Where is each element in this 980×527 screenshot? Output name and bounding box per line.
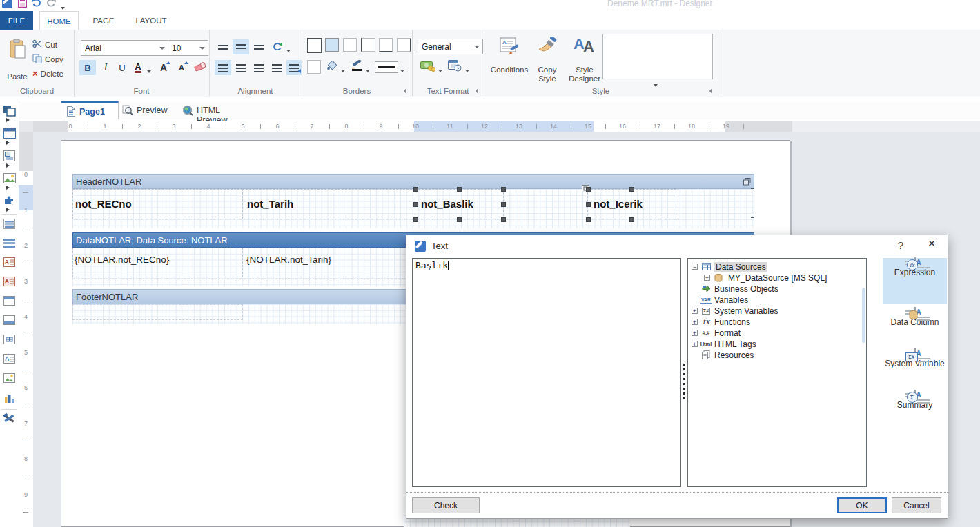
border-color-arrow-icon[interactable] xyxy=(366,66,370,75)
text-rotation-button[interactable] xyxy=(268,39,285,54)
components-pages-icon[interactable] xyxy=(2,103,17,117)
text-box-icon[interactable]: A xyxy=(2,352,17,366)
check-button[interactable]: Check xyxy=(412,497,480,513)
panel-header-icon[interactable] xyxy=(2,294,17,308)
selection-handle[interactable] xyxy=(457,187,462,192)
datetime-format-button[interactable] xyxy=(448,59,462,74)
cut-button[interactable]: Cut xyxy=(32,39,57,50)
components-puzzle-icon[interactable] xyxy=(2,193,17,207)
align-bottom-button[interactable] xyxy=(251,39,267,54)
currency-arrow-icon[interactable] xyxy=(438,66,442,75)
expand-icon[interactable]: + xyxy=(704,275,710,281)
undo-icon[interactable] xyxy=(32,0,42,9)
align-middle-button[interactable] xyxy=(233,39,249,54)
image-box-icon[interactable] xyxy=(2,371,17,385)
tab-page1[interactable]: Page1 xyxy=(61,101,119,119)
table-box-icon[interactable] xyxy=(2,332,17,346)
cancel-button[interactable]: Cancel xyxy=(892,497,941,513)
collapse-icon[interactable]: − xyxy=(692,264,698,270)
tree-item-variables[interactable]: VAR Variables xyxy=(688,295,866,306)
text-components-icon[interactable] xyxy=(2,149,17,163)
tree-item-functions[interactable]: + fx Functions xyxy=(688,317,866,328)
all-borders-button[interactable] xyxy=(307,38,322,53)
header-field-not-recno[interactable]: not_RECno xyxy=(75,198,132,210)
selection-handle[interactable] xyxy=(629,217,634,222)
field-cell[interactable] xyxy=(72,304,243,320)
tree-item-business-objects[interactable]: Business Objects xyxy=(688,284,866,295)
shrink-font-button[interactable]: A xyxy=(173,60,190,75)
no-border-button[interactable] xyxy=(307,60,321,74)
report-bands-icon[interactable] xyxy=(2,217,17,230)
underline-button[interactable]: U xyxy=(114,60,130,75)
selection-handle[interactable] xyxy=(457,217,462,222)
delete-button[interactable]: × Delete xyxy=(32,68,63,79)
expand-icon[interactable]: + xyxy=(692,341,698,347)
align-justify-button[interactable] xyxy=(268,60,285,75)
tool-system-variable[interactable]: A Σ# System Variable xyxy=(883,349,947,390)
inner-borders-button[interactable] xyxy=(343,38,357,52)
selection-handle[interactable] xyxy=(413,217,418,222)
expand-arrow-icon[interactable] xyxy=(6,163,10,168)
tool-summary[interactable]: A Σ Summary xyxy=(883,390,947,432)
data-band-icon[interactable]: A xyxy=(2,255,17,269)
expand-icon[interactable]: + xyxy=(692,319,698,325)
align-right-button[interactable] xyxy=(251,60,267,75)
selection-handle[interactable] xyxy=(586,217,591,222)
selection-handle[interactable] xyxy=(413,187,418,192)
border-style-button[interactable] xyxy=(375,61,398,73)
tree-item-system-variables[interactable]: + Σ# System Variables xyxy=(688,306,866,317)
expand-icon[interactable]: + xyxy=(692,308,698,314)
tree-item-resources[interactable]: Resources xyxy=(688,350,866,361)
style-designer-button[interactable]: A A Style Designer xyxy=(565,35,604,85)
clear-format-button[interactable] xyxy=(191,60,208,75)
services-tools-icon[interactable] xyxy=(2,412,17,426)
word-wrap-button[interactable] xyxy=(286,60,302,75)
left-border-button[interactable] xyxy=(361,38,375,52)
tool-expression[interactable]: A fx Expression xyxy=(883,258,947,304)
tab-home[interactable]: HOME xyxy=(39,11,79,30)
tab-file[interactable]: FILE xyxy=(0,11,33,30)
image-components-icon[interactable] xyxy=(2,171,17,185)
rotation-arrow-icon[interactable] xyxy=(286,46,291,55)
tree-item-data-sources[interactable]: − Data Sources xyxy=(688,261,866,272)
header-field-not-icerik[interactable]: not_Icerik xyxy=(594,198,643,210)
selection-handle[interactable] xyxy=(413,202,418,207)
tree-item-html-tags[interactable]: + Html HTML Tags xyxy=(688,339,866,350)
data-field-tarih[interactable]: {NOTLAR.not_Tarih} xyxy=(246,255,331,265)
ok-button[interactable]: OK xyxy=(837,497,887,513)
fill-arrow-icon[interactable] xyxy=(341,66,345,75)
expand-arrow-icon[interactable] xyxy=(6,118,10,122)
expression-editor[interactable]: Başlık xyxy=(412,258,681,487)
selection-handle[interactable] xyxy=(586,187,591,192)
header-field-not-tarih[interactable]: not_Tarih xyxy=(247,198,293,210)
redo-icon[interactable] xyxy=(46,0,56,9)
save-icon[interactable] xyxy=(18,0,27,10)
align-top-button[interactable] xyxy=(215,39,231,54)
datetime-arrow-icon[interactable] xyxy=(465,66,469,75)
tree-item-format[interactable]: + #,# Format xyxy=(688,328,866,339)
help-button[interactable]: ? xyxy=(894,239,908,251)
table-component-icon[interactable] xyxy=(2,126,17,140)
border-color-button[interactable] xyxy=(351,60,364,74)
tree-item-my-datasource[interactable]: + MY_DataSource [MS SQL] xyxy=(688,272,866,284)
fill-color-button[interactable] xyxy=(326,60,339,74)
splitter-handle[interactable] xyxy=(683,364,685,399)
currency-format-button[interactable] xyxy=(420,60,435,74)
tab-page[interactable]: PAGE xyxy=(86,11,121,30)
expand-arrow-icon[interactable] xyxy=(6,208,10,212)
style-gallery[interactable] xyxy=(602,34,713,79)
tool-data-column[interactable]: A Data Column xyxy=(883,308,947,349)
expand-icon[interactable]: + xyxy=(692,330,698,336)
conditions-button[interactable]: A Conditions xyxy=(489,35,529,85)
panel-footer-icon[interactable] xyxy=(2,313,17,327)
tab-layout[interactable]: LAYOUT xyxy=(130,11,173,30)
bold-button[interactable]: B xyxy=(79,60,96,75)
text-format-combo[interactable]: General xyxy=(418,39,483,54)
band-move-icon[interactable] xyxy=(743,177,751,188)
header-field-not-baslik[interactable]: not_Baslik xyxy=(421,198,473,210)
font-family-combo[interactable]: Arial xyxy=(81,40,168,56)
outer-borders-button[interactable] xyxy=(325,38,339,52)
font-color-arrow-icon[interactable] xyxy=(147,66,151,76)
copy-style-button[interactable]: Copy Style xyxy=(531,35,564,85)
italic-button[interactable]: I xyxy=(97,60,114,75)
